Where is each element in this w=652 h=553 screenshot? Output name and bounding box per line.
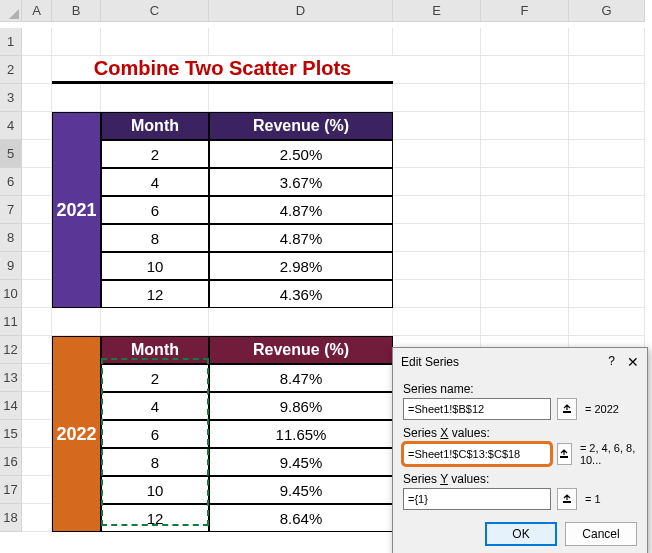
row-header-2[interactable]: 2	[0, 56, 22, 84]
row-header-18[interactable]: 18	[0, 504, 22, 532]
cell[interactable]	[481, 28, 569, 56]
cell[interactable]	[481, 224, 569, 252]
table1-month-header[interactable]: Month	[101, 112, 209, 140]
table2-month[interactable]: 8	[101, 448, 209, 476]
cell[interactable]	[481, 196, 569, 224]
series-y-input[interactable]	[403, 488, 551, 510]
cell[interactable]	[22, 392, 52, 420]
cell[interactable]	[569, 140, 645, 168]
row-header-4[interactable]: 4	[0, 112, 22, 140]
table2-month[interactable]: 12	[101, 504, 209, 532]
cell[interactable]	[101, 308, 209, 336]
cell[interactable]	[209, 28, 393, 56]
row-header-17[interactable]: 17	[0, 476, 22, 504]
row-header-5[interactable]: 5	[0, 140, 22, 168]
collapse-dialog-button[interactable]	[557, 398, 577, 420]
table2-month-header[interactable]: Month	[101, 336, 209, 364]
cell[interactable]	[569, 196, 645, 224]
col-header-F[interactable]: F	[481, 0, 569, 22]
row-header-9[interactable]: 9	[0, 252, 22, 280]
cell[interactable]	[22, 420, 52, 448]
table1-rev[interactable]: 4.36%	[209, 280, 393, 308]
row-header-12[interactable]: 12	[0, 336, 22, 364]
cell[interactable]	[393, 196, 481, 224]
row-header-16[interactable]: 16	[0, 448, 22, 476]
cell[interactable]	[393, 280, 481, 308]
cell[interactable]	[52, 84, 101, 112]
cell[interactable]	[393, 56, 481, 84]
help-icon[interactable]: ?	[608, 354, 615, 370]
year-2022-cell[interactable]: 2022	[52, 336, 101, 532]
table2-rev[interactable]: 11.65%	[209, 420, 393, 448]
cell[interactable]	[22, 168, 52, 196]
cell[interactable]	[393, 140, 481, 168]
cell[interactable]	[481, 308, 569, 336]
cell[interactable]	[569, 252, 645, 280]
year-2021-cell[interactable]: 2021	[52, 112, 101, 308]
cell[interactable]	[393, 168, 481, 196]
row-header-15[interactable]: 15	[0, 420, 22, 448]
cell[interactable]	[481, 168, 569, 196]
cell[interactable]	[481, 56, 569, 84]
cell[interactable]	[393, 252, 481, 280]
cell[interactable]	[393, 308, 481, 336]
cell[interactable]	[22, 56, 52, 84]
table1-month[interactable]: 10	[101, 252, 209, 280]
cell[interactable]	[393, 112, 481, 140]
cell[interactable]	[22, 476, 52, 504]
series-name-input[interactable]	[403, 398, 551, 420]
row-header-10[interactable]: 10	[0, 280, 22, 308]
cell[interactable]	[22, 140, 52, 168]
table2-rev[interactable]: 9.45%	[209, 448, 393, 476]
table1-month[interactable]: 4	[101, 168, 209, 196]
cell[interactable]	[569, 168, 645, 196]
table1-rev[interactable]: 2.50%	[209, 140, 393, 168]
table2-rev[interactable]: 8.64%	[209, 504, 393, 532]
cell[interactable]	[569, 56, 645, 84]
cell[interactable]	[569, 308, 645, 336]
table2-rev[interactable]: 8.47%	[209, 364, 393, 392]
cell[interactable]	[22, 308, 52, 336]
cell[interactable]	[481, 252, 569, 280]
col-header-B[interactable]: B	[52, 0, 101, 22]
cell[interactable]	[52, 308, 101, 336]
table2-rev[interactable]: 9.86%	[209, 392, 393, 420]
table2-rev[interactable]: 9.45%	[209, 476, 393, 504]
select-all-corner[interactable]	[0, 0, 22, 22]
table2-revenue-header[interactable]: Revenue (%)	[209, 336, 393, 364]
table1-month[interactable]: 6	[101, 196, 209, 224]
cell[interactable]	[481, 84, 569, 112]
cell[interactable]	[22, 224, 52, 252]
table1-rev[interactable]: 2.98%	[209, 252, 393, 280]
table1-month[interactable]: 8	[101, 224, 209, 252]
col-header-A[interactable]: A	[22, 0, 52, 22]
cell[interactable]	[22, 28, 52, 56]
table1-month[interactable]: 2	[101, 140, 209, 168]
cell[interactable]	[22, 196, 52, 224]
series-x-input[interactable]	[403, 443, 551, 465]
cell[interactable]	[22, 252, 52, 280]
cell[interactable]	[209, 84, 393, 112]
row-header-7[interactable]: 7	[0, 196, 22, 224]
row-header-14[interactable]: 14	[0, 392, 22, 420]
table2-month[interactable]: 2	[101, 364, 209, 392]
ok-button[interactable]: OK	[485, 522, 557, 546]
table2-month[interactable]: 6	[101, 420, 209, 448]
col-header-C[interactable]: C	[101, 0, 209, 22]
cell[interactable]	[22, 364, 52, 392]
row-header-11[interactable]: 11	[0, 308, 22, 336]
collapse-dialog-button[interactable]	[557, 443, 572, 465]
dialog-titlebar[interactable]: Edit Series ? ✕	[393, 348, 647, 372]
col-header-D[interactable]: D	[209, 0, 393, 22]
row-header-3[interactable]: 3	[0, 84, 22, 112]
table1-month[interactable]: 12	[101, 280, 209, 308]
close-icon[interactable]: ✕	[627, 354, 639, 370]
cell[interactable]	[22, 504, 52, 532]
cell[interactable]	[569, 224, 645, 252]
cell[interactable]	[481, 280, 569, 308]
cell[interactable]	[22, 280, 52, 308]
cell[interactable]	[393, 84, 481, 112]
table2-month[interactable]: 4	[101, 392, 209, 420]
cell[interactable]	[101, 28, 209, 56]
row-header-13[interactable]: 13	[0, 364, 22, 392]
